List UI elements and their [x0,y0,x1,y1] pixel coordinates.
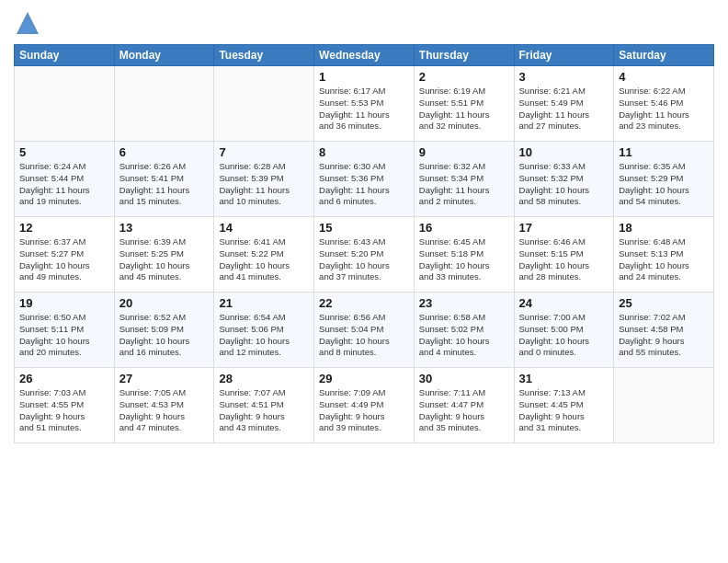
calendar-cell: 13Sunrise: 6:39 AM Sunset: 5:25 PM Dayli… [114,217,214,293]
calendar-cell: 20Sunrise: 6:52 AM Sunset: 5:09 PM Dayli… [114,293,214,368]
weekday-header-monday: Monday [114,45,214,66]
day-info: Sunrise: 7:07 AM Sunset: 4:51 PM Dayligh… [219,387,309,434]
calendar-cell: 25Sunrise: 7:02 AM Sunset: 4:58 PM Dayli… [614,293,714,368]
day-number: 4 [619,70,709,84]
day-info: Sunrise: 6:33 AM Sunset: 5:32 PM Dayligh… [519,161,609,208]
calendar-cell: 8Sunrise: 6:30 AM Sunset: 5:36 PM Daylig… [314,142,415,217]
calendar-cell: 15Sunrise: 6:43 AM Sunset: 5:20 PM Dayli… [314,217,415,293]
calendar-cell: 26Sunrise: 7:03 AM Sunset: 4:55 PM Dayli… [15,368,115,443]
calendar-cell: 29Sunrise: 7:09 AM Sunset: 4:49 PM Dayli… [314,368,415,443]
day-number: 8 [319,145,409,159]
page-header [14,9,714,37]
day-number: 19 [19,296,109,310]
day-info: Sunrise: 6:30 AM Sunset: 5:36 PM Dayligh… [319,161,409,208]
day-info: Sunrise: 6:54 AM Sunset: 5:06 PM Dayligh… [219,312,309,359]
day-info: Sunrise: 7:02 AM Sunset: 4:58 PM Dayligh… [619,312,709,359]
day-number: 2 [419,70,509,84]
weekday-header-wednesday: Wednesday [314,45,415,66]
calendar-cell: 2Sunrise: 6:19 AM Sunset: 5:51 PM Daylig… [414,66,514,142]
logo [14,9,45,37]
week-row-5: 26Sunrise: 7:03 AM Sunset: 4:55 PM Dayli… [15,368,714,443]
calendar-cell: 17Sunrise: 6:46 AM Sunset: 5:15 PM Dayli… [514,217,614,293]
day-info: Sunrise: 6:58 AM Sunset: 5:02 PM Dayligh… [419,312,509,359]
calendar-table: SundayMondayTuesdayWednesdayThursdayFrid… [14,44,714,443]
day-info: Sunrise: 6:43 AM Sunset: 5:20 PM Dayligh… [319,236,409,283]
day-number: 22 [319,296,409,310]
day-number: 25 [619,296,709,310]
day-number: 9 [419,145,509,159]
day-info: Sunrise: 6:48 AM Sunset: 5:13 PM Dayligh… [619,236,709,283]
day-info: Sunrise: 7:13 AM Sunset: 4:45 PM Dayligh… [519,387,609,434]
calendar-cell: 9Sunrise: 6:32 AM Sunset: 5:34 PM Daylig… [414,142,514,217]
day-info: Sunrise: 6:21 AM Sunset: 5:49 PM Dayligh… [519,86,609,132]
calendar-cell [214,66,314,142]
day-number: 15 [319,221,409,235]
day-info: Sunrise: 6:35 AM Sunset: 5:29 PM Dayligh… [619,161,709,208]
day-number: 7 [219,145,309,159]
weekday-header-friday: Friday [514,45,614,66]
day-info: Sunrise: 6:37 AM Sunset: 5:27 PM Dayligh… [19,236,109,283]
calendar-cell: 6Sunrise: 6:26 AM Sunset: 5:41 PM Daylig… [114,142,214,217]
weekday-header-sunday: Sunday [15,45,115,66]
calendar-cell: 14Sunrise: 6:41 AM Sunset: 5:22 PM Dayli… [214,217,314,293]
weekday-header-row: SundayMondayTuesdayWednesdayThursdayFrid… [15,45,714,66]
calendar-cell [15,66,115,142]
day-info: Sunrise: 6:56 AM Sunset: 5:04 PM Dayligh… [319,312,409,359]
day-number: 26 [19,372,109,385]
day-number: 10 [519,145,609,159]
day-number: 21 [219,296,309,310]
day-info: Sunrise: 6:32 AM Sunset: 5:34 PM Dayligh… [419,161,509,208]
day-number: 18 [619,221,709,235]
calendar-cell: 18Sunrise: 6:48 AM Sunset: 5:13 PM Dayli… [614,217,714,293]
day-info: Sunrise: 6:39 AM Sunset: 5:25 PM Dayligh… [119,236,210,283]
day-info: Sunrise: 6:28 AM Sunset: 5:39 PM Dayligh… [219,161,309,208]
week-row-2: 5Sunrise: 6:24 AM Sunset: 5:44 PM Daylig… [15,142,714,217]
calendar-cell: 24Sunrise: 7:00 AM Sunset: 5:00 PM Dayli… [514,293,614,368]
day-info: Sunrise: 7:05 AM Sunset: 4:53 PM Dayligh… [119,387,210,434]
calendar-cell: 3Sunrise: 6:21 AM Sunset: 5:49 PM Daylig… [514,66,614,142]
day-info: Sunrise: 6:46 AM Sunset: 5:15 PM Dayligh… [519,236,609,283]
calendar-cell: 11Sunrise: 6:35 AM Sunset: 5:29 PM Dayli… [614,142,714,217]
day-number: 16 [419,221,509,235]
day-number: 20 [119,296,210,310]
day-number: 5 [19,145,109,159]
weekday-header-thursday: Thursday [414,45,514,66]
day-number: 28 [219,372,309,385]
day-info: Sunrise: 6:17 AM Sunset: 5:53 PM Dayligh… [319,86,409,132]
day-number: 11 [619,145,709,159]
day-number: 14 [219,221,309,235]
day-info: Sunrise: 7:11 AM Sunset: 4:47 PM Dayligh… [419,387,509,434]
day-number: 3 [519,70,609,84]
calendar-cell [114,66,214,142]
day-info: Sunrise: 6:50 AM Sunset: 5:11 PM Dayligh… [19,312,109,359]
calendar-cell [614,368,714,443]
day-number: 17 [519,221,609,235]
day-number: 1 [319,70,409,84]
day-number: 30 [419,372,509,385]
day-info: Sunrise: 6:24 AM Sunset: 5:44 PM Dayligh… [19,161,109,208]
calendar-cell: 12Sunrise: 6:37 AM Sunset: 5:27 PM Dayli… [15,217,115,293]
calendar-cell: 28Sunrise: 7:07 AM Sunset: 4:51 PM Dayli… [214,368,314,443]
calendar-cell: 10Sunrise: 6:33 AM Sunset: 5:32 PM Dayli… [514,142,614,217]
day-info: Sunrise: 7:00 AM Sunset: 5:00 PM Dayligh… [519,312,609,359]
week-row-4: 19Sunrise: 6:50 AM Sunset: 5:11 PM Dayli… [15,293,714,368]
calendar-cell: 4Sunrise: 6:22 AM Sunset: 5:46 PM Daylig… [614,66,714,142]
calendar-cell: 19Sunrise: 6:50 AM Sunset: 5:11 PM Dayli… [15,293,115,368]
calendar-cell: 16Sunrise: 6:45 AM Sunset: 5:18 PM Dayli… [414,217,514,293]
page-container: SundayMondayTuesdayWednesdayThursdayFrid… [0,0,728,563]
calendar-cell: 27Sunrise: 7:05 AM Sunset: 4:53 PM Dayli… [114,368,214,443]
day-info: Sunrise: 7:03 AM Sunset: 4:55 PM Dayligh… [19,387,109,434]
weekday-header-tuesday: Tuesday [214,45,314,66]
calendar-cell: 30Sunrise: 7:11 AM Sunset: 4:47 PM Dayli… [414,368,514,443]
calendar-cell: 23Sunrise: 6:58 AM Sunset: 5:02 PM Dayli… [414,293,514,368]
calendar-cell: 1Sunrise: 6:17 AM Sunset: 5:53 PM Daylig… [314,66,415,142]
calendar-cell: 5Sunrise: 6:24 AM Sunset: 5:44 PM Daylig… [15,142,115,217]
day-number: 24 [519,296,609,310]
day-info: Sunrise: 6:41 AM Sunset: 5:22 PM Dayligh… [219,236,309,283]
day-info: Sunrise: 6:19 AM Sunset: 5:51 PM Dayligh… [419,86,509,132]
day-number: 13 [119,221,210,235]
calendar-cell: 7Sunrise: 6:28 AM Sunset: 5:39 PM Daylig… [214,142,314,217]
day-info: Sunrise: 6:26 AM Sunset: 5:41 PM Dayligh… [119,161,210,208]
day-info: Sunrise: 6:52 AM Sunset: 5:09 PM Dayligh… [119,312,210,359]
day-number: 29 [319,372,409,385]
